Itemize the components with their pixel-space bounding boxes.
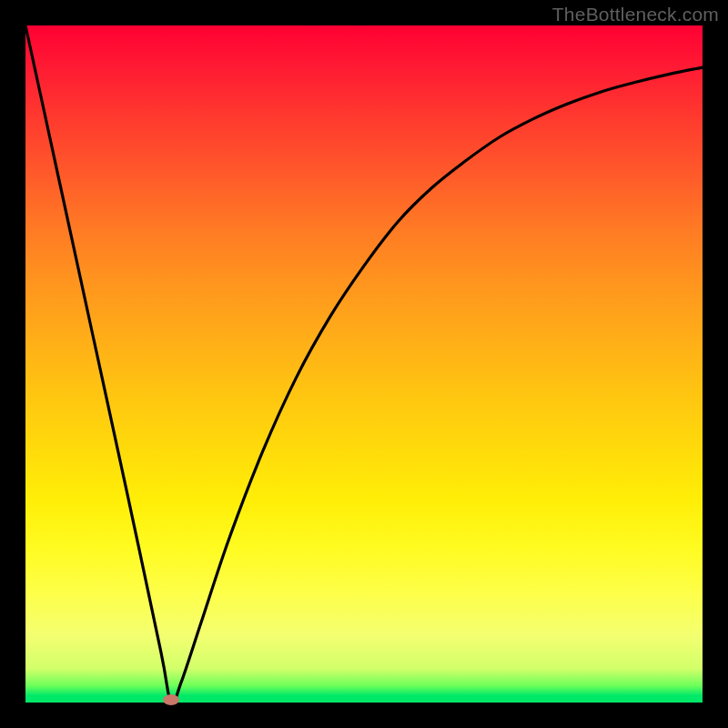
bottleneck-curve-path <box>25 25 703 703</box>
chart-frame: TheBottleneck.com <box>0 0 728 728</box>
watermark-text: TheBottleneck.com <box>552 4 719 25</box>
plot-area <box>25 25 703 703</box>
curve-svg <box>25 25 703 703</box>
minimum-marker <box>163 694 179 705</box>
